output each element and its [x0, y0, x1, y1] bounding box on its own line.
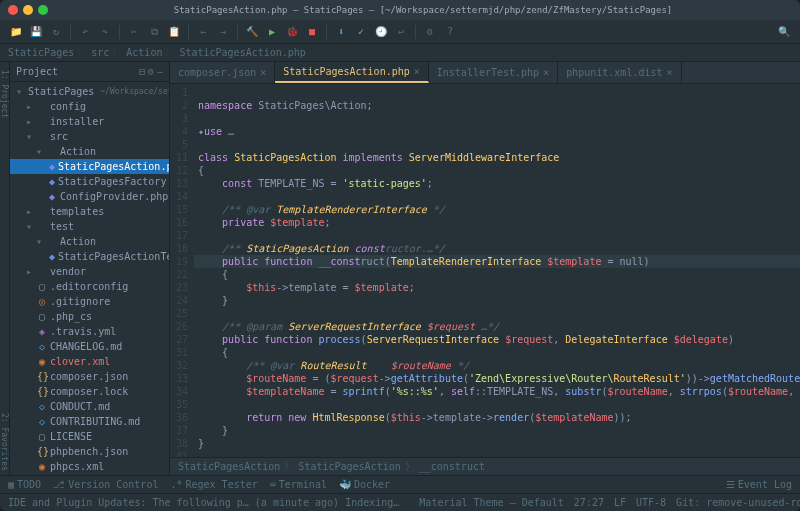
- window-title: StaticPagesAction.php – StaticPages – [~…: [54, 5, 792, 15]
- tree-item[interactable]: ◇CHANGELOG.md: [10, 339, 169, 354]
- code-content[interactable]: namespace StaticPages\Action; ✦use … cla…: [194, 84, 800, 457]
- tree-item[interactable]: {}composer.json: [10, 369, 169, 384]
- paste-icon[interactable]: 📋: [166, 24, 182, 40]
- open-icon[interactable]: 📁: [8, 24, 24, 40]
- editor-tab[interactable]: phpunit.xml.dist×: [558, 62, 681, 83]
- redo-icon[interactable]: ↷: [97, 24, 113, 40]
- project-tree-panel: Project ⊟ ⚙ — ▾StaticPages~/Workspace/se…: [10, 62, 170, 475]
- editor-breadcrumbs: StaticPagesAction〉 StaticPagesAction〉 __…: [170, 457, 800, 475]
- back-icon[interactable]: ←: [195, 24, 211, 40]
- vcs-history-icon[interactable]: 🕘: [373, 24, 389, 40]
- editor-crumb-namespace[interactable]: StaticPagesAction: [178, 461, 280, 472]
- navigation-breadcrumb: StaticPages〉 src〉 Action〉 StaticPagesAct…: [0, 44, 800, 62]
- tree-item[interactable]: ◇CONDUCT.md: [10, 399, 169, 414]
- tree-hide-icon[interactable]: —: [157, 66, 163, 77]
- tree-item[interactable]: ▸config: [10, 99, 169, 114]
- tree-item[interactable]: ▢.php_cs: [10, 309, 169, 324]
- tree-item[interactable]: ◈.travis.yml: [10, 324, 169, 339]
- tree-item[interactable]: ▾test: [10, 219, 169, 234]
- cut-icon[interactable]: ✂: [126, 24, 142, 40]
- code-editor[interactable]: 1234511121314151617181922232425262731323…: [170, 84, 800, 457]
- help-icon[interactable]: ?: [442, 24, 458, 40]
- line-number-gutter: 1234511121314151617181922232425262731323…: [170, 84, 194, 457]
- terminal-tool-tab[interactable]: ⌨ Terminal: [270, 479, 327, 490]
- status-git-branch[interactable]: Git: remove-unused-router: [676, 497, 800, 508]
- project-tree-title: Project: [16, 66, 58, 77]
- crumb-file[interactable]: StaticPagesAction.php: [179, 47, 305, 58]
- close-tab-icon[interactable]: ×: [543, 67, 549, 78]
- status-theme[interactable]: Material Theme – Default: [419, 497, 564, 508]
- left-tool-gutter: 1: Project 2: Favorites: [0, 62, 10, 475]
- tree-item[interactable]: ▾Action: [10, 144, 169, 159]
- tree-item[interactable]: ▸templates: [10, 204, 169, 219]
- build-icon[interactable]: 🔨: [244, 24, 260, 40]
- minimize-window-button[interactable]: [23, 5, 33, 15]
- search-icon[interactable]: 🔍: [776, 24, 792, 40]
- tree-item[interactable]: ▸installer: [10, 114, 169, 129]
- crumb-src[interactable]: src〉: [91, 46, 122, 60]
- favorites-tool-tab[interactable]: 2: Favorites: [0, 409, 9, 475]
- tree-item[interactable]: ◉phpcs.xml: [10, 459, 169, 474]
- status-line-ending[interactable]: LF: [614, 497, 626, 508]
- maximize-window-button[interactable]: [38, 5, 48, 15]
- tree-item[interactable]: ▢LICENSE: [10, 429, 169, 444]
- crumb-action[interactable]: Action〉: [126, 46, 175, 60]
- project-tree-header: Project ⊟ ⚙ —: [10, 62, 169, 82]
- close-tab-icon[interactable]: ×: [260, 67, 266, 78]
- regex-tool-tab[interactable]: .* Regex Tester: [170, 479, 257, 490]
- copy-icon[interactable]: ⧉: [146, 24, 162, 40]
- project-tool-tab[interactable]: 1: Project: [0, 66, 9, 122]
- save-icon[interactable]: 💾: [28, 24, 44, 40]
- editor-crumb-method[interactable]: __construct: [419, 461, 485, 472]
- editor-tab[interactable]: composer.json×: [170, 62, 275, 83]
- vcs-revert-icon[interactable]: ↩: [393, 24, 409, 40]
- tree-item[interactable]: ◇CONTRIBUTING.md: [10, 414, 169, 429]
- tree-item[interactable]: ◎.gitignore: [10, 294, 169, 309]
- tree-item[interactable]: ◆StaticPagesFactory.php: [10, 174, 169, 189]
- debug-icon[interactable]: 🐞: [284, 24, 300, 40]
- vcs-commit-icon[interactable]: ✓: [353, 24, 369, 40]
- crumb-project[interactable]: StaticPages〉: [8, 46, 87, 60]
- tree-item[interactable]: ▸vendor: [10, 264, 169, 279]
- status-encoding[interactable]: UTF-8: [636, 497, 666, 508]
- tree-item[interactable]: {}composer.lock: [10, 384, 169, 399]
- titlebar: StaticPagesAction.php – StaticPages – [~…: [0, 0, 800, 20]
- editor-tabbar: composer.json×StaticPagesAction.php×Inst…: [170, 62, 800, 84]
- status-caret[interactable]: 27:27: [574, 497, 604, 508]
- window-controls: [8, 5, 48, 15]
- bottom-tool-tabs: ▦ TODO ⎇ Version Control .* Regex Tester…: [0, 475, 800, 493]
- close-tab-icon[interactable]: ×: [667, 67, 673, 78]
- status-message: IDE and Plugin Updates: The following p……: [8, 497, 399, 508]
- vcs-update-icon[interactable]: ⬇: [333, 24, 349, 40]
- status-bar: IDE and Plugin Updates: The following p……: [0, 493, 800, 511]
- undo-icon[interactable]: ↶: [77, 24, 93, 40]
- close-window-button[interactable]: [8, 5, 18, 15]
- tree-item[interactable]: ◆StaticPagesAction.php: [10, 159, 169, 174]
- tree-item[interactable]: ◆ConfigProvider.php: [10, 189, 169, 204]
- tree-item[interactable]: ▾src: [10, 129, 169, 144]
- event-log-tab[interactable]: ☰ Event Log: [726, 479, 792, 490]
- editor-area: composer.json×StaticPagesAction.php×Inst…: [170, 62, 800, 475]
- editor-tab[interactable]: InstallerTest.php×: [429, 62, 558, 83]
- sync-icon[interactable]: ↻: [48, 24, 64, 40]
- main-toolbar: 📁 💾 ↻ ↶ ↷ ✂ ⧉ 📋 ← → 🔨 ▶ 🐞 ■ ⬇ ✓ 🕘 ↩ ⚙ ? …: [0, 20, 800, 44]
- stop-icon[interactable]: ■: [304, 24, 320, 40]
- docker-tool-tab[interactable]: 🐳 Docker: [339, 479, 390, 490]
- project-tree[interactable]: ▾StaticPages~/Workspace/settermjd/php/ze…: [10, 82, 169, 475]
- close-tab-icon[interactable]: ×: [414, 66, 420, 77]
- tree-item[interactable]: ▢.editorconfig: [10, 279, 169, 294]
- tree-item[interactable]: ◉clover.xml: [10, 354, 169, 369]
- tree-settings-icon[interactable]: ⚙: [148, 66, 154, 77]
- tree-item[interactable]: ▾Action: [10, 234, 169, 249]
- forward-icon[interactable]: →: [215, 24, 231, 40]
- settings-icon[interactable]: ⚙: [422, 24, 438, 40]
- tree-collapse-icon[interactable]: ⊟: [139, 66, 145, 77]
- tree-item[interactable]: ▾StaticPages~/Workspace/settermjd/php/ze…: [10, 84, 169, 99]
- editor-crumb-class[interactable]: StaticPagesAction: [298, 461, 400, 472]
- editor-tab[interactable]: StaticPagesAction.php×: [275, 62, 428, 83]
- run-icon[interactable]: ▶: [264, 24, 280, 40]
- vcs-tool-tab[interactable]: ⎇ Version Control: [53, 479, 158, 490]
- todo-tool-tab[interactable]: ▦ TODO: [8, 479, 41, 490]
- tree-item[interactable]: ◆StaticPagesActionTest.php: [10, 249, 169, 264]
- tree-item[interactable]: {}phpbench.json: [10, 444, 169, 459]
